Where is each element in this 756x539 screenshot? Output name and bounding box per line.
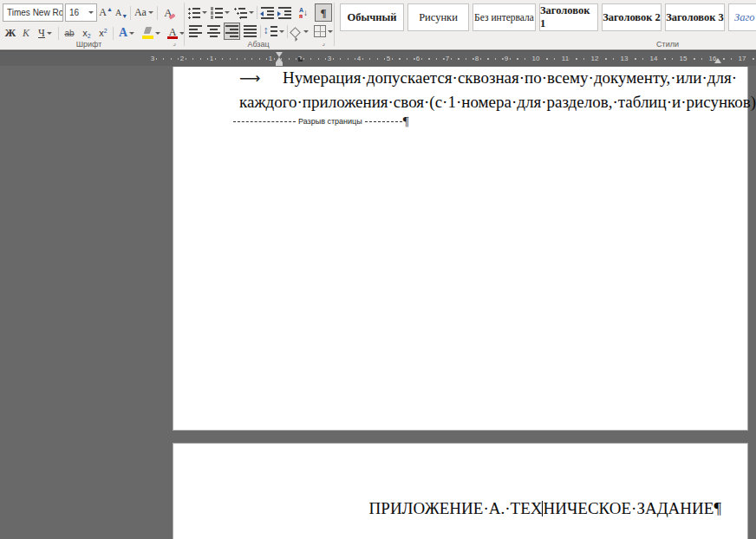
justify-button[interactable] <box>242 23 258 40</box>
ruler-number: 13 <box>620 55 629 62</box>
ruler-number: 11 <box>561 55 570 62</box>
paragraph-dialog-launcher[interactable]: ⌟ <box>319 39 328 48</box>
paragraph-line-2[interactable]: каждого·приложения·своя·(с·1·номера·для·… <box>239 93 733 112</box>
style-button-7[interactable]: Заго <box>728 3 756 31</box>
align-center-button[interactable] <box>205 23 222 40</box>
divider <box>257 6 257 19</box>
paragraph-line-1[interactable]: ⟶ Нумерация·допускается·сквозная·по·всем… <box>239 68 733 91</box>
highlighter-icon <box>142 27 153 40</box>
ruler-number: 3 <box>150 55 155 62</box>
paint-bucket-icon <box>290 27 301 38</box>
style-button-5[interactable]: Заголовок 2 <box>602 3 662 31</box>
bold-button[interactable]: Ж <box>3 24 17 42</box>
strikethrough-icon: ab <box>64 29 74 38</box>
ruler-number: 9 <box>504 55 509 62</box>
ruler-number: 7 <box>445 55 450 62</box>
clear-formatting-button[interactable]: А <box>160 4 177 22</box>
tab-stop-marker[interactable] <box>298 57 303 62</box>
italic-button[interactable]: К <box>20 24 32 42</box>
align-left-button[interactable] <box>187 23 204 40</box>
ruler-number: 1 <box>209 55 214 62</box>
ruler-number: 6 <box>415 55 420 62</box>
pilcrow-mark: ¶ <box>714 499 721 517</box>
shrink-font-button[interactable]: А▼ <box>114 4 128 22</box>
ruler-number: 15 <box>679 55 688 62</box>
font-color-icon: А <box>167 27 178 39</box>
right-indent-marker[interactable] <box>714 58 721 63</box>
page-break-label: Разрыв страницы <box>296 117 365 126</box>
word: документу,· <box>594 68 676 88</box>
bullets-button[interactable] <box>187 4 208 22</box>
appendix-heading-line[interactable]: ПРИЛОЖЕНИЕ·А.·ТЕХНИЧЕСКОЕ·ЗАДАНИЕ¶ <box>239 499 721 518</box>
heading-text-before-caret: ПРИЛОЖЕНИЕ·А.·ТЕХ <box>369 499 543 517</box>
style-button-1[interactable]: Обычный <box>340 3 404 31</box>
divider <box>287 25 288 38</box>
tab-character-mark: ⟶ <box>239 69 283 88</box>
decrease-indent-button[interactable] <box>259 4 275 22</box>
text-highlight-button[interactable] <box>140 24 162 42</box>
font-dialog-launcher[interactable]: ⌟ <box>170 39 179 48</box>
decrease-indent-icon <box>261 7 274 19</box>
word: или· <box>676 68 707 88</box>
chevron-down-icon <box>303 30 309 33</box>
font-group-row2: Ж К Ч ab x2 x2 А А <box>3 24 187 42</box>
strikethrough-button[interactable]: ab <box>62 24 77 42</box>
word: допускается· <box>367 68 458 88</box>
font-name-value: Times New Ron <box>7 8 63 17</box>
horizontal-ruler[interactable]: 3211234567891011121314151617 <box>0 50 756 66</box>
font-size-combobox[interactable]: 16 <box>65 3 97 22</box>
shading-button[interactable] <box>290 23 310 40</box>
ruler-number: 5 <box>386 55 391 62</box>
up-caret-icon: ▲ <box>107 6 113 12</box>
font-name-combobox[interactable]: Times New Ron <box>3 3 63 22</box>
text-effects-button[interactable]: А <box>116 24 137 42</box>
bullet-list-icon <box>188 7 200 19</box>
grow-font-button[interactable]: А▲ <box>99 4 113 22</box>
document-area: ⟶ Нумерация·допускается·сквозная·по·всем… <box>0 66 756 539</box>
align-right-icon <box>225 25 238 37</box>
page-break-dash-right <box>365 121 402 122</box>
chevron-down-icon <box>148 11 153 14</box>
superscript-button[interactable]: x2 <box>96 24 110 42</box>
underline-button[interactable]: Ч <box>35 24 55 42</box>
borders-grid-icon <box>314 25 326 37</box>
font-group-label: Шрифт <box>0 40 178 49</box>
clear-formatting-icon: А <box>164 6 172 20</box>
subscript-button[interactable]: x2 <box>80 24 94 42</box>
bold-icon: Ж <box>5 26 16 40</box>
line-spacing-button[interactable] <box>263 23 285 40</box>
ruler-number: 14 <box>649 55 659 62</box>
chevron-down-icon <box>47 32 52 35</box>
ruler-number: 17 <box>738 55 747 62</box>
ruler-number: 1 <box>268 55 273 62</box>
numbering-button[interactable] <box>210 4 231 22</box>
ruler-number: 8 <box>474 55 479 62</box>
superscript-digit: 2 <box>104 28 108 34</box>
paragraph-group-row1: Ая ↓ ¶ <box>187 3 332 22</box>
sort-icon: Ая ↓ <box>299 7 308 19</box>
ruler-number: 10 <box>531 55 541 62</box>
align-left-icon <box>189 25 202 37</box>
show-formatting-marks-button[interactable]: ¶ <box>315 3 332 22</box>
change-case-button[interactable]: Аа <box>133 4 155 22</box>
style-button-2[interactable]: Рисунки <box>407 3 469 31</box>
increase-indent-icon <box>278 7 291 19</box>
style-button-4[interactable]: Заголовок 1 <box>539 3 598 31</box>
multilevel-list-button[interactable] <box>232 4 255 22</box>
line2-text: каждого·приложения·своя·(с·1·номера·для·… <box>239 93 756 111</box>
page-2[interactable]: ПРИЛОЖЕНИЕ·А.·ТЕХНИЧЕСКОЕ·ЗАДАНИЕ¶ <box>173 443 748 539</box>
paragraph-group-label: Абзац <box>185 40 332 49</box>
page-1[interactable]: ⟶ Нумерация·допускается·сквозная·по·всем… <box>173 67 748 431</box>
style-button-3[interactable]: Без интервала <box>472 3 536 31</box>
borders-button[interactable] <box>312 23 335 40</box>
chevron-down-icon <box>249 11 254 14</box>
align-right-button[interactable] <box>224 23 240 40</box>
word: Нумерация· <box>283 68 367 88</box>
sort-button[interactable]: Ая ↓ <box>294 4 313 22</box>
increase-indent-button[interactable] <box>277 4 292 22</box>
subscript-digit: 2 <box>88 33 91 39</box>
chevron-down-icon <box>279 30 284 33</box>
style-button-6[interactable]: Заголовок 3 <box>665 3 725 31</box>
font-group-row1: Times New Ron 16 А▲ А▼ Аа А <box>3 3 177 22</box>
ruler-number: 12 <box>590 55 600 62</box>
